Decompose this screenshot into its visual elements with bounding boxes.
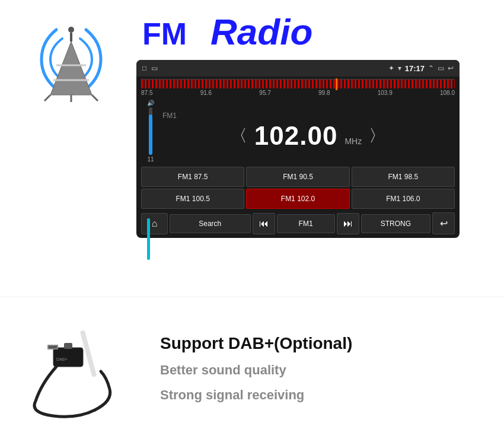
preset-btn-6[interactable]: FM1 106.0 [352, 189, 455, 209]
volume-fill [149, 115, 152, 155]
dab-subtitle-2: Strong signal receiving [160, 387, 486, 403]
home-icon: ⌂ [152, 218, 158, 228]
svg-text:DAB+: DAB+ [56, 357, 67, 361]
bottom-section: DAB+ Support DAB+(Optional) Better sound… [0, 297, 504, 439]
freq-scale-3: 95.7 [259, 90, 270, 96]
arrow-up-icon: ⌃ [428, 64, 434, 72]
preset-btn-4[interactable]: FM1 100.5 [141, 189, 244, 209]
back-status-icon: ↩ [448, 64, 454, 72]
strong-button[interactable]: STRONG [361, 214, 430, 233]
title-area: FM Radio □ ▭ ✦ ▾ 17:17 ⌃ ▭ ↩ [130, 6, 492, 238]
freq-bar-container: 87.5 91.6 95.7 99.8 103.9 108.0 [136, 77, 460, 97]
freq-number: 102.00 [254, 121, 338, 151]
svg-line-5 [44, 95, 50, 101]
freq-mhz: MHz [344, 136, 362, 146]
svg-line-6 [92, 95, 98, 101]
cyan-accent-bar [147, 218, 150, 260]
dab-text-area: Support DAB+(Optional) Better sound qual… [142, 334, 486, 403]
freq-scale-2: 91.6 [200, 90, 212, 96]
dab-subtitle-1: Better sound quality [160, 363, 486, 378]
back-icon: ↩ [440, 218, 448, 228]
radio-main: 🔊 11 FM1 〈 102.00 MHz 〉 [136, 97, 460, 165]
fm-label: FM [142, 16, 187, 52]
freq-scale: 87.5 91.6 95.7 99.8 103.9 108.0 [141, 88, 455, 97]
preset-btn-5[interactable]: FM1 102.0 [246, 189, 349, 209]
freq-next-arrow[interactable]: 〉 [369, 125, 385, 147]
volume-icon: 🔊 [147, 100, 154, 106]
back-button[interactable]: ↩ [432, 212, 455, 234]
dab-title: Support DAB+(Optional) [160, 334, 486, 353]
volume-slider[interactable] [149, 107, 152, 155]
prev-button[interactable]: ⏮ [253, 213, 275, 234]
svg-rect-13 [49, 346, 57, 348]
preset-btn-1[interactable]: FM1 87.5 [141, 167, 244, 187]
next-icon: ⏭ [343, 218, 353, 228]
bluetooth-icon: ✦ [388, 64, 394, 72]
dab-device-image: DAB+ [18, 312, 136, 425]
svg-marker-2 [50, 42, 92, 95]
status-left: □ ▭ [142, 64, 158, 72]
device-screen: □ ▭ ✦ ▾ 17:17 ⌃ ▭ ↩ 87.5 [136, 60, 460, 238]
freq-prev-arrow[interactable]: 〈 [231, 125, 247, 147]
prev-icon: ⏮ [259, 218, 269, 228]
svg-rect-9 [64, 343, 72, 349]
radio-label: Radio [210, 11, 312, 53]
tower-icon [24, 12, 119, 107]
preset-btn-3[interactable]: FM1 98.5 [352, 167, 455, 187]
station-area: FM1 〈 102.00 MHz 〉 [162, 109, 454, 153]
home-status-icon: □ [142, 64, 146, 72]
home-button[interactable]: ⌂ [141, 213, 168, 234]
freq-scale-4: 99.8 [318, 90, 330, 96]
search-button[interactable]: Search [170, 214, 251, 233]
signal-icon: ▾ [398, 64, 401, 72]
freq-indicator [336, 78, 337, 90]
volume-level: 11 [147, 156, 154, 163]
volume-area: 🔊 11 [139, 100, 162, 163]
freq-display: 〈 102.00 MHz 〉 [162, 121, 454, 151]
menu-status-icon: ▭ [151, 64, 158, 72]
next-button[interactable]: ⏭ [337, 213, 359, 234]
svg-point-0 [68, 27, 74, 33]
preset-btn-2[interactable]: FM1 90.5 [246, 167, 349, 187]
freq-scale-5: 103.9 [378, 90, 393, 96]
status-bar: □ ▭ ✦ ▾ 17:17 ⌃ ▭ ↩ [136, 60, 460, 77]
dab-image-area: DAB+ [12, 309, 142, 428]
top-section: FM Radio □ ▭ ✦ ▾ 17:17 ⌃ ▭ ↩ [0, 0, 504, 297]
preset-grid: FM1 87.5 FM1 90.5 FM1 98.5 FM1 100.5 FM1… [136, 165, 460, 211]
status-time: 17:17 [405, 64, 425, 73]
freq-scale-1: 87.5 [141, 90, 152, 96]
fm-radio-title: FM Radio [130, 11, 312, 53]
radio-controls: ⌂ Search ⏮ FM1 ⏭ STRONG ↩ [136, 211, 460, 238]
station-label: FM1 [162, 112, 454, 120]
freq-scale-6: 108.0 [440, 90, 455, 96]
tower-area [12, 6, 130, 107]
screen-icon: ▭ [438, 64, 444, 72]
fm-button[interactable]: FM1 [277, 214, 335, 233]
frequency-bar [141, 79, 455, 88]
status-right: ✦ ▾ 17:17 ⌃ ▭ ↩ [388, 64, 454, 73]
